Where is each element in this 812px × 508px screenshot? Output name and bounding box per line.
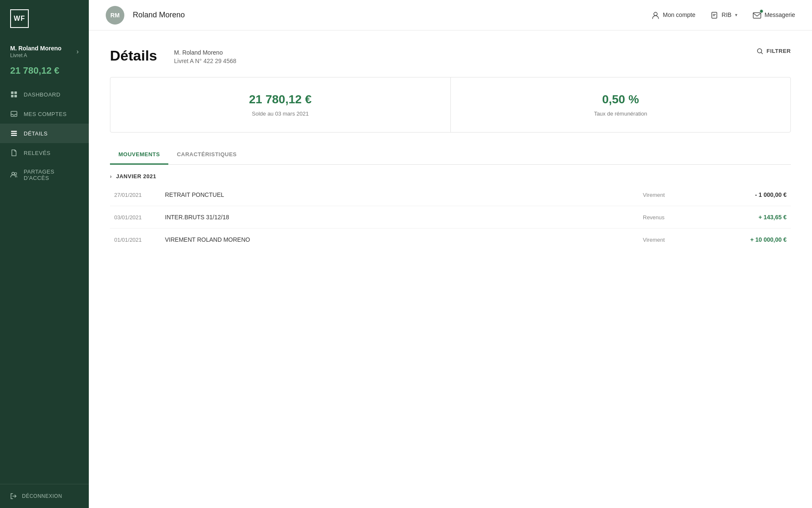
sidebar-item-mes-comptes-label: Mes comptes xyxy=(24,111,67,117)
summary-card: 21 780,12 € Solde au 03 mars 2021 0,50 %… xyxy=(110,77,791,133)
svg-rect-3 xyxy=(14,95,17,97)
tx-label-3: VIREMENT ROLAND MORENO xyxy=(165,236,643,243)
summary-rate-value: 0,50 % xyxy=(602,93,639,106)
sidebar-nav: Dashboard Mes comptes Détails xyxy=(0,85,89,484)
tx-amount-3: + 10 000,00 € xyxy=(719,236,787,243)
summary-rate-label: Taux de rémunération xyxy=(594,110,647,117)
rib-label: RIB xyxy=(721,11,731,18)
svg-rect-12 xyxy=(753,13,761,18)
sidebar-item-releves[interactable]: Relevés xyxy=(0,143,89,163)
page-account-name: M. Roland Moreno xyxy=(174,49,236,56)
sidebar-item-details[interactable]: Détails xyxy=(0,124,89,143)
tabs: Mouvements Caractéristiques xyxy=(110,145,791,165)
table-row: 01/01/2021 VIREMENT ROLAND MORENO Vireme… xyxy=(110,229,791,251)
svg-rect-1 xyxy=(14,91,17,94)
page-account-info: M. Roland Moreno Livret A N° 422 29 4568 xyxy=(174,47,236,64)
table-row: 27/01/2021 RETRAIT PONCTUEL Virement - 1… xyxy=(110,184,791,206)
tx-amount-1: - 1 000,00 € xyxy=(719,191,787,198)
svg-rect-2 xyxy=(11,95,14,97)
sidebar-user[interactable]: M. Roland Moreno Livret A › xyxy=(0,37,89,63)
svg-rect-4 xyxy=(11,111,17,116)
logout-label: Déconnexion xyxy=(22,493,62,499)
transactions: › Janvier 2021 27/01/2021 RETRAIT PONCTU… xyxy=(110,165,791,251)
summary-balance: 21 780,12 € Solde au 03 mars 2021 xyxy=(110,77,450,132)
tx-date-1: 27/01/2021 xyxy=(114,192,165,198)
summary-rate: 0,50 % Taux de rémunération xyxy=(450,77,791,132)
sidebar-balance: 21 780,12 € xyxy=(0,63,89,85)
logo-box: WF xyxy=(10,9,29,28)
topbar: RM Roland Moreno Mon compte xyxy=(89,0,812,30)
svg-rect-5 xyxy=(11,131,17,132)
svg-point-8 xyxy=(12,172,14,175)
svg-rect-11 xyxy=(712,12,717,18)
file-icon xyxy=(10,149,18,157)
month-header[interactable]: › Janvier 2021 xyxy=(110,165,791,184)
sidebar-item-details-label: Détails xyxy=(24,130,48,137)
logo-area: WF xyxy=(0,0,89,37)
users-icon xyxy=(10,171,18,179)
main-content: RM Roland Moreno Mon compte xyxy=(89,0,812,508)
tx-date-3: 01/01/2021 xyxy=(114,237,165,243)
list-icon xyxy=(10,130,18,137)
month-label: Janvier 2021 xyxy=(116,173,156,179)
tx-date-2: 03/01/2021 xyxy=(114,214,165,221)
tx-label-1: RETRAIT PONCTUEL xyxy=(165,191,643,198)
svg-point-10 xyxy=(654,12,657,16)
sidebar-item-partages-label: Partages d'accès xyxy=(24,168,79,181)
tx-amount-2: + 143,65 € xyxy=(719,214,787,221)
grid-icon xyxy=(10,91,18,98)
mon-compte-button[interactable]: Mon compte xyxy=(652,11,695,19)
rib-chevron-icon: ▾ xyxy=(735,12,738,18)
sidebar-item-dashboard-label: Dashboard xyxy=(24,91,60,98)
mail-icon xyxy=(753,11,761,19)
svg-rect-6 xyxy=(11,133,17,134)
sidebar-user-chevron: › xyxy=(77,48,79,55)
tab-caracteristiques[interactable]: Caractéristiques xyxy=(168,145,245,165)
person-icon xyxy=(652,11,659,19)
document-icon xyxy=(710,11,718,19)
svg-rect-7 xyxy=(11,135,17,136)
search-icon xyxy=(757,47,763,55)
svg-point-9 xyxy=(15,173,17,175)
sidebar-item-releves-label: Relevés xyxy=(24,150,50,156)
sidebar-item-partages[interactable]: Partages d'accès xyxy=(0,163,89,187)
logout-icon xyxy=(10,493,17,500)
summary-balance-value: 21 780,12 € xyxy=(249,93,312,106)
sidebar-user-account: Livret A xyxy=(10,52,61,58)
rib-button[interactable]: RIB ▾ xyxy=(710,11,737,19)
page-header-left: Détails M. Roland Moreno Livret A N° 422… xyxy=(110,47,236,64)
tx-type-2: Revenus xyxy=(643,214,719,221)
messagerie-label: Messagerie xyxy=(765,11,795,18)
svg-rect-0 xyxy=(11,91,14,94)
topbar-actions: Mon compte RIB ▾ xyxy=(652,11,795,19)
mon-compte-label: Mon compte xyxy=(663,11,695,18)
sidebar-item-dashboard[interactable]: Dashboard xyxy=(0,85,89,104)
sidebar-user-name: M. Roland Moreno xyxy=(10,45,61,52)
page-account-number: Livret A N° 422 29 4568 xyxy=(174,58,236,64)
tx-type-1: Virement xyxy=(643,192,719,198)
sidebar: WF M. Roland Moreno Livret A › 21 780,12… xyxy=(0,0,89,508)
sidebar-item-mes-comptes[interactable]: Mes comptes xyxy=(0,104,89,124)
inbox-icon xyxy=(10,110,18,118)
summary-balance-label: Solde au 03 mars 2021 xyxy=(252,110,309,117)
tx-label-2: INTER.BRUTS 31/12/18 xyxy=(165,214,643,221)
table-row: 03/01/2021 INTER.BRUTS 31/12/18 Revenus … xyxy=(110,206,791,229)
logout-button[interactable]: Déconnexion xyxy=(10,493,79,500)
filter-button[interactable]: FILTRER xyxy=(757,47,791,55)
page-header: Détails M. Roland Moreno Livret A N° 422… xyxy=(110,47,791,64)
page-content: Détails M. Roland Moreno Livret A N° 422… xyxy=(89,30,812,508)
filter-label: FILTRER xyxy=(767,48,791,54)
messagerie-button[interactable]: Messagerie xyxy=(753,11,795,19)
tab-mouvements[interactable]: Mouvements xyxy=(110,145,168,165)
topbar-avatar: RM xyxy=(106,6,124,25)
topbar-user-name: Roland Moreno xyxy=(133,11,185,19)
page-title: Détails xyxy=(110,47,157,64)
sidebar-bottom: Déconnexion xyxy=(0,484,89,508)
tx-type-3: Virement xyxy=(643,237,719,243)
month-chevron-icon: › xyxy=(110,174,112,179)
